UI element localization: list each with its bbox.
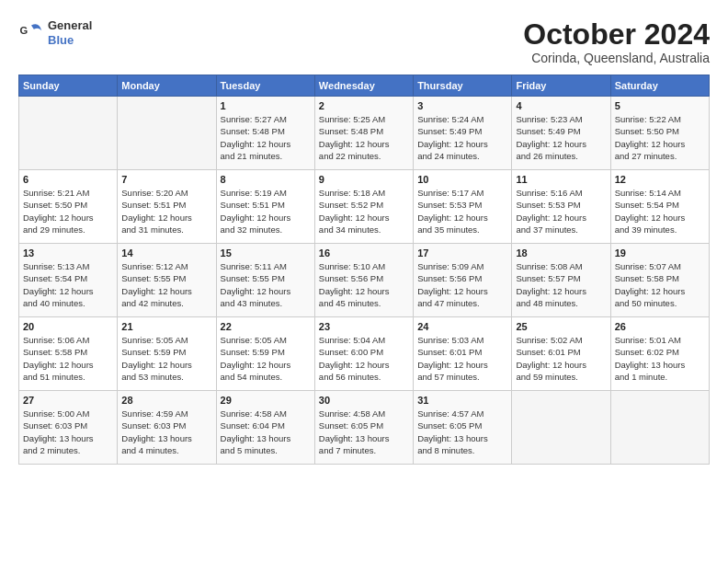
day-number: 20 bbox=[23, 321, 113, 332]
day-info: Sunrise: 5:00 AM Sunset: 6:03 PM Dayligh… bbox=[23, 408, 113, 456]
day-info: Sunrise: 5:13 AM Sunset: 5:54 PM Dayligh… bbox=[23, 260, 113, 309]
day-number: 14 bbox=[121, 247, 211, 259]
calendar-table: SundayMondayTuesdayWednesdayThursdayFrid… bbox=[18, 75, 710, 465]
day-info: Sunrise: 5:07 AM Sunset: 5:58 PM Dayligh… bbox=[615, 260, 705, 309]
day-number: 15 bbox=[221, 247, 311, 259]
day-info: Sunrise: 4:58 AM Sunset: 6:05 PM Dayligh… bbox=[319, 408, 409, 456]
calendar-cell: 14Sunrise: 5:12 AM Sunset: 5:55 PM Dayli… bbox=[118, 244, 216, 317]
calendar-cell: 11Sunrise: 5:16 AM Sunset: 5:53 PM Dayli… bbox=[512, 170, 610, 244]
calendar-cell: 24Sunrise: 5:03 AM Sunset: 6:01 PM Dayli… bbox=[414, 317, 512, 391]
day-info: Sunrise: 5:04 AM Sunset: 6:00 PM Dayligh… bbox=[319, 334, 409, 383]
day-number: 27 bbox=[23, 395, 113, 406]
calendar-cell: 22Sunrise: 5:05 AM Sunset: 5:59 PM Dayli… bbox=[216, 317, 314, 391]
day-info: Sunrise: 5:03 AM Sunset: 6:01 PM Dayligh… bbox=[417, 334, 507, 383]
calendar-cell bbox=[610, 391, 709, 465]
day-number: 16 bbox=[319, 247, 409, 259]
day-info: Sunrise: 5:21 AM Sunset: 5:50 PM Dayligh… bbox=[23, 187, 113, 236]
logo-line1: General bbox=[48, 18, 92, 33]
calendar-cell: 4Sunrise: 5:23 AM Sunset: 5:49 PM Daylig… bbox=[512, 97, 610, 170]
calendar-cell: 25Sunrise: 5:02 AM Sunset: 6:01 PM Dayli… bbox=[512, 317, 610, 391]
logo-text: General Blue bbox=[48, 18, 92, 47]
day-info: Sunrise: 5:05 AM Sunset: 5:59 PM Dayligh… bbox=[221, 334, 311, 383]
weekday-header: Friday bbox=[512, 75, 610, 97]
day-number: 31 bbox=[417, 395, 507, 406]
day-info: Sunrise: 5:06 AM Sunset: 5:58 PM Dayligh… bbox=[23, 334, 113, 383]
calendar-cell: 29Sunrise: 4:58 AM Sunset: 6:04 PM Dayli… bbox=[216, 391, 314, 465]
calendar-cell: 9Sunrise: 5:18 AM Sunset: 5:52 PM Daylig… bbox=[314, 170, 413, 244]
calendar-cell: 21Sunrise: 5:05 AM Sunset: 5:59 PM Dayli… bbox=[118, 317, 216, 391]
day-number: 11 bbox=[516, 174, 606, 185]
day-number: 29 bbox=[221, 395, 311, 406]
day-info: Sunrise: 5:20 AM Sunset: 5:51 PM Dayligh… bbox=[121, 187, 211, 236]
page-title: October 2024 bbox=[523, 18, 710, 51]
svg-text:G: G bbox=[19, 25, 28, 36]
day-info: Sunrise: 5:25 AM Sunset: 5:48 PM Dayligh… bbox=[319, 113, 409, 162]
calendar-cell: 28Sunrise: 4:59 AM Sunset: 6:03 PM Dayli… bbox=[118, 391, 216, 465]
logo-line2: Blue bbox=[48, 33, 92, 48]
weekday-row: SundayMondayTuesdayWednesdayThursdayFrid… bbox=[19, 75, 710, 97]
weekday-header: Wednesday bbox=[314, 75, 413, 97]
calendar-cell: 2Sunrise: 5:25 AM Sunset: 5:48 PM Daylig… bbox=[314, 97, 413, 170]
day-number: 24 bbox=[417, 321, 507, 332]
page-header: G General Blue October 2024 Corinda, Que… bbox=[18, 18, 710, 65]
calendar-week-row: 13Sunrise: 5:13 AM Sunset: 5:54 PM Dayli… bbox=[19, 244, 710, 317]
day-info: Sunrise: 5:23 AM Sunset: 5:49 PM Dayligh… bbox=[516, 113, 606, 162]
calendar-cell: 17Sunrise: 5:09 AM Sunset: 5:56 PM Dayli… bbox=[414, 244, 512, 317]
day-number: 10 bbox=[417, 174, 507, 185]
calendar-cell: 10Sunrise: 5:17 AM Sunset: 5:53 PM Dayli… bbox=[414, 170, 512, 244]
calendar-cell: 26Sunrise: 5:01 AM Sunset: 6:02 PM Dayli… bbox=[610, 317, 709, 391]
day-info: Sunrise: 5:18 AM Sunset: 5:52 PM Dayligh… bbox=[319, 187, 409, 236]
calendar-cell: 23Sunrise: 5:04 AM Sunset: 6:00 PM Dayli… bbox=[314, 317, 413, 391]
calendar-header: SundayMondayTuesdayWednesdayThursdayFrid… bbox=[19, 75, 710, 97]
calendar-cell: 12Sunrise: 5:14 AM Sunset: 5:54 PM Dayli… bbox=[610, 170, 709, 244]
calendar-cell bbox=[118, 97, 216, 170]
calendar-cell: 7Sunrise: 5:20 AM Sunset: 5:51 PM Daylig… bbox=[118, 170, 216, 244]
calendar-week-row: 1Sunrise: 5:27 AM Sunset: 5:48 PM Daylig… bbox=[19, 97, 710, 170]
calendar-cell: 3Sunrise: 5:24 AM Sunset: 5:49 PM Daylig… bbox=[414, 97, 512, 170]
day-number: 8 bbox=[221, 174, 311, 185]
day-number: 9 bbox=[319, 174, 409, 185]
calendar-cell: 16Sunrise: 5:10 AM Sunset: 5:56 PM Dayli… bbox=[314, 244, 413, 317]
calendar-cell: 19Sunrise: 5:07 AM Sunset: 5:58 PM Dayli… bbox=[610, 244, 709, 317]
weekday-header: Tuesday bbox=[216, 75, 314, 97]
weekday-header: Thursday bbox=[414, 75, 512, 97]
calendar-week-row: 27Sunrise: 5:00 AM Sunset: 6:03 PM Dayli… bbox=[19, 391, 710, 465]
day-info: Sunrise: 5:11 AM Sunset: 5:55 PM Dayligh… bbox=[221, 260, 311, 309]
day-info: Sunrise: 5:09 AM Sunset: 5:56 PM Dayligh… bbox=[417, 260, 507, 309]
calendar-cell: 13Sunrise: 5:13 AM Sunset: 5:54 PM Dayli… bbox=[19, 244, 118, 317]
day-info: Sunrise: 5:16 AM Sunset: 5:53 PM Dayligh… bbox=[516, 187, 606, 236]
day-number: 18 bbox=[516, 247, 606, 259]
day-info: Sunrise: 4:59 AM Sunset: 6:03 PM Dayligh… bbox=[121, 408, 211, 456]
day-number: 28 bbox=[121, 395, 211, 406]
day-info: Sunrise: 5:02 AM Sunset: 6:01 PM Dayligh… bbox=[516, 334, 606, 383]
day-number: 12 bbox=[615, 174, 705, 185]
day-number: 2 bbox=[319, 100, 409, 111]
day-number: 23 bbox=[319, 321, 409, 332]
day-number: 17 bbox=[417, 247, 507, 259]
day-info: Sunrise: 4:57 AM Sunset: 6:05 PM Dayligh… bbox=[417, 408, 507, 456]
day-number: 6 bbox=[23, 174, 113, 185]
page-subtitle: Corinda, Queensland, Australia bbox=[523, 51, 710, 65]
calendar-cell: 30Sunrise: 4:58 AM Sunset: 6:05 PM Dayli… bbox=[314, 391, 413, 465]
day-number: 19 bbox=[615, 247, 705, 259]
weekday-header: Saturday bbox=[610, 75, 709, 97]
day-number: 22 bbox=[221, 321, 311, 332]
calendar-cell bbox=[512, 391, 610, 465]
day-number: 7 bbox=[121, 174, 211, 185]
day-info: Sunrise: 5:17 AM Sunset: 5:53 PM Dayligh… bbox=[417, 187, 507, 236]
day-number: 25 bbox=[516, 321, 606, 332]
logo-icon: G bbox=[18, 20, 44, 46]
day-number: 21 bbox=[121, 321, 211, 332]
weekday-header: Monday bbox=[118, 75, 216, 97]
calendar-cell: 31Sunrise: 4:57 AM Sunset: 6:05 PM Dayli… bbox=[414, 391, 512, 465]
day-number: 4 bbox=[516, 100, 606, 111]
calendar-cell: 1Sunrise: 5:27 AM Sunset: 5:48 PM Daylig… bbox=[216, 97, 314, 170]
day-number: 3 bbox=[417, 100, 507, 111]
day-number: 5 bbox=[615, 100, 705, 111]
weekday-header: Sunday bbox=[19, 75, 118, 97]
calendar-cell: 8Sunrise: 5:19 AM Sunset: 5:51 PM Daylig… bbox=[216, 170, 314, 244]
day-info: Sunrise: 5:27 AM Sunset: 5:48 PM Dayligh… bbox=[221, 113, 311, 162]
calendar-body: 1Sunrise: 5:27 AM Sunset: 5:48 PM Daylig… bbox=[19, 97, 710, 465]
day-number: 30 bbox=[319, 395, 409, 406]
day-number: 1 bbox=[221, 100, 311, 111]
